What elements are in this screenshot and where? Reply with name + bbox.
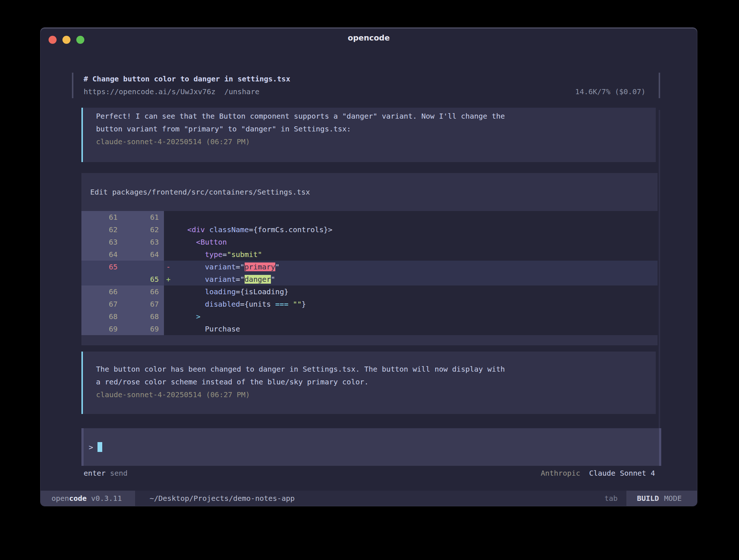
new-line-number: 67 bbox=[123, 298, 164, 310]
hint-row: enter send Anthropic Claude Sonnet 4 bbox=[41, 467, 697, 480]
model-timestamp: claude-sonnet-4-20250514 (06:27 PM) bbox=[96, 388, 656, 401]
working-directory: ~/Desktop/Projects/demo-notes-app bbox=[150, 491, 295, 506]
app-version-segment: opencode v0.3.11 bbox=[41, 491, 135, 506]
new-line-number: 61 bbox=[123, 211, 164, 223]
app-name-prefix: open bbox=[51, 494, 69, 503]
new-line-number: 68 bbox=[123, 310, 164, 323]
diff-sign bbox=[164, 285, 176, 298]
code-line: variant="danger" bbox=[176, 273, 658, 285]
code-line: variant="primary" bbox=[176, 261, 658, 273]
diff-sign bbox=[164, 323, 176, 335]
diff-row: 6363 <Button bbox=[81, 236, 658, 248]
old-line-number: 61 bbox=[81, 211, 123, 223]
diff-row: 6767 disabled={units === ""} bbox=[81, 298, 658, 310]
assistant-message: The button color has been changed to dan… bbox=[81, 352, 656, 414]
diff-sign bbox=[164, 310, 176, 323]
old-line-number: 67 bbox=[81, 298, 123, 310]
unshare-command[interactable]: /unshare bbox=[224, 85, 259, 98]
diff-sign bbox=[164, 211, 176, 223]
old-line-number: 63 bbox=[81, 236, 123, 248]
model-label: Claude Sonnet 4 bbox=[589, 469, 655, 477]
session-title: # Change button color to danger in setti… bbox=[84, 73, 660, 85]
message-input[interactable]: > bbox=[81, 428, 661, 466]
model-timestamp: claude-sonnet-4-20250514 (06:27 PM) bbox=[96, 135, 656, 148]
provider-label: Anthropic bbox=[541, 469, 580, 477]
diff-table: 61616262<div className={formCs.controls}… bbox=[81, 211, 658, 335]
diff-sign: - bbox=[164, 261, 176, 273]
diff-row: 6464 type="submit" bbox=[81, 248, 658, 261]
new-line-number bbox=[123, 261, 164, 273]
old-line-number: 69 bbox=[81, 323, 123, 335]
code-line bbox=[176, 211, 658, 223]
code-line: type="submit" bbox=[176, 248, 658, 261]
text-cursor bbox=[97, 442, 102, 452]
header-right-border bbox=[659, 73, 660, 98]
old-line-number: 68 bbox=[81, 310, 123, 323]
opencode-window: opencode # Change button color to danger… bbox=[40, 27, 697, 506]
app-version: v0.3.11 bbox=[87, 494, 122, 503]
diff-sign bbox=[164, 298, 176, 310]
code-line: <div className={formCs.controls}> bbox=[176, 223, 658, 236]
new-line-number: 69 bbox=[123, 323, 164, 335]
diff-row: 6666 loading={isLoading} bbox=[81, 285, 658, 298]
edit-tool-block: Edit packages/frontend/src/containers/Se… bbox=[81, 173, 658, 345]
diff-row: 6969 Purchase bbox=[81, 323, 658, 335]
diff-row: 6161 bbox=[81, 211, 658, 223]
new-line-number: 62 bbox=[123, 223, 164, 236]
old-line-number bbox=[81, 273, 123, 285]
new-line-number: 66 bbox=[123, 285, 164, 298]
mode-suffix: MODE bbox=[664, 494, 682, 503]
message-line: a red/rose color scheme instead of the b… bbox=[96, 376, 656, 388]
scrollbar-track[interactable] bbox=[659, 110, 660, 457]
mode-name: BUILD bbox=[637, 494, 659, 503]
context-usage-stats: 14.6K/7% ($0.07) bbox=[575, 85, 646, 98]
tab-key-hint: tab bbox=[604, 491, 617, 506]
enter-key-hint: enter bbox=[84, 467, 106, 480]
diff-sign bbox=[164, 236, 176, 248]
old-line-number: 64 bbox=[81, 248, 123, 261]
screen: opencode # Change button color to danger… bbox=[0, 0, 739, 560]
code-line: disabled={units === ""} bbox=[176, 298, 658, 310]
new-line-number: 65 bbox=[123, 273, 164, 285]
title-bar: opencode bbox=[41, 28, 697, 49]
diff-sign: + bbox=[164, 273, 176, 285]
mode-indicator: BUILDMODE bbox=[627, 491, 697, 506]
diff-sign bbox=[164, 223, 176, 236]
old-line-number: 66 bbox=[81, 285, 123, 298]
code-line: > bbox=[176, 310, 658, 323]
diff-row: 6868 > bbox=[81, 310, 658, 323]
prompt-symbol: > bbox=[89, 443, 93, 452]
app-name-suffix: code bbox=[69, 494, 87, 503]
code-line: loading={isLoading} bbox=[176, 285, 658, 298]
message-line: Perfect! I can see that the Button compo… bbox=[96, 110, 656, 123]
new-line-number: 64 bbox=[123, 248, 164, 261]
status-bar: opencode v0.3.11 ~/Desktop/Projects/demo… bbox=[41, 491, 697, 506]
send-action-hint: send bbox=[110, 467, 127, 480]
header-left-border bbox=[72, 73, 73, 98]
code-line: Purchase bbox=[176, 323, 658, 335]
share-url-link[interactable]: https://opencode.ai/s/UwJxv76z bbox=[84, 85, 215, 98]
old-line-number: 65 bbox=[81, 261, 123, 273]
session-header: # Change button color to danger in setti… bbox=[72, 73, 660, 98]
diff-row: 65- variant="primary" bbox=[81, 261, 658, 273]
new-line-number: 63 bbox=[123, 236, 164, 248]
diff-row: 65+ variant="danger" bbox=[81, 273, 658, 285]
window-title: opencode bbox=[41, 34, 697, 42]
edit-file-title: Edit packages/frontend/src/containers/Se… bbox=[81, 173, 658, 211]
diff-sign bbox=[164, 248, 176, 261]
diff-row: 6262<div className={formCs.controls}> bbox=[81, 223, 658, 236]
message-line: The button color has been changed to dan… bbox=[96, 363, 656, 376]
code-line: <Button bbox=[176, 236, 658, 248]
assistant-message: Perfect! I can see that the Button compo… bbox=[81, 108, 656, 162]
old-line-number: 62 bbox=[81, 223, 123, 236]
message-line: button variant from "primary" to "danger… bbox=[96, 123, 656, 135]
